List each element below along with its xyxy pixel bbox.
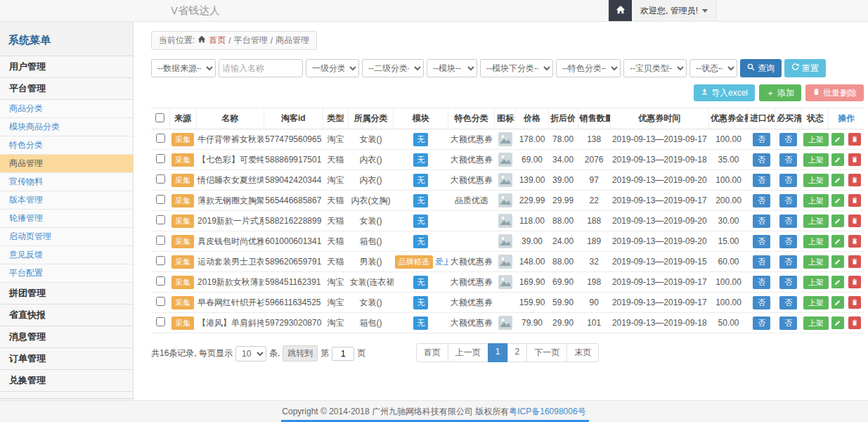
pagination-last[interactable]: 末页 bbox=[566, 343, 599, 362]
select-all-checkbox[interactable] bbox=[155, 113, 164, 122]
row-checkbox[interactable] bbox=[156, 195, 165, 204]
status-toggle[interactable]: 上架 bbox=[803, 235, 829, 248]
status-toggle[interactable]: 上架 bbox=[803, 316, 829, 330]
sidebar-item-version-mgmt[interactable]: 版本管理 bbox=[0, 191, 133, 210]
per-page-select[interactable]: 10 bbox=[235, 346, 266, 362]
import-excel-button[interactable]: 导入excel bbox=[694, 84, 755, 101]
reset-button[interactable]: 重置 bbox=[784, 59, 826, 77]
import-select-toggle[interactable]: 否 bbox=[753, 255, 770, 269]
module-subcategory-select[interactable]: --模块下分类-- bbox=[480, 59, 553, 77]
must-buy-toggle[interactable]: 否 bbox=[779, 296, 797, 309]
delete-button[interactable] bbox=[848, 174, 861, 186]
feature-category-select[interactable]: --特色分类-- bbox=[556, 59, 621, 77]
status-toggle[interactable]: 上架 bbox=[803, 296, 829, 309]
data-source-select[interactable]: --数据来源-- bbox=[151, 59, 216, 77]
must-buy-toggle[interactable]: 否 bbox=[779, 194, 797, 207]
delete-button[interactable] bbox=[848, 255, 861, 268]
sidebar-item-platform-config[interactable]: 平台配置 bbox=[0, 264, 133, 283]
item-type-select[interactable]: --宝贝类型-- bbox=[623, 59, 687, 77]
jump-button[interactable]: 跳转到 bbox=[283, 345, 318, 362]
row-checkbox[interactable] bbox=[156, 317, 165, 326]
row-checkbox[interactable] bbox=[156, 134, 165, 143]
status-toggle[interactable]: 上架 bbox=[803, 276, 829, 289]
sidebar-item-user-mgmt[interactable]: 用户管理 bbox=[0, 56, 133, 78]
user-menu[interactable]: 欢迎您, 管理员! bbox=[632, 0, 717, 21]
must-buy-toggle[interactable]: 否 bbox=[779, 174, 797, 187]
sidebar-item-splash-mgmt[interactable]: 启动页管理 bbox=[0, 228, 133, 246]
must-buy-toggle[interactable]: 否 bbox=[779, 255, 797, 269]
pagination-page-2[interactable]: 2 bbox=[507, 343, 528, 362]
level1-category-select[interactable]: 一级分类 bbox=[306, 59, 359, 77]
import-select-toggle[interactable]: 否 bbox=[753, 153, 770, 167]
import-select-toggle[interactable]: 否 bbox=[753, 296, 770, 309]
must-buy-toggle[interactable]: 否 bbox=[779, 276, 797, 289]
import-select-toggle[interactable]: 否 bbox=[753, 276, 770, 289]
delete-button[interactable] bbox=[848, 276, 861, 288]
sidebar-item-module-goods-category[interactable]: 模块商品分类 bbox=[0, 118, 133, 136]
edit-button[interactable] bbox=[831, 316, 844, 329]
import-select-toggle[interactable]: 否 bbox=[753, 215, 770, 228]
edit-button[interactable] bbox=[831, 153, 844, 166]
status-toggle[interactable]: 上架 bbox=[803, 255, 829, 269]
edit-button[interactable] bbox=[831, 255, 844, 268]
delete-button[interactable] bbox=[848, 235, 861, 248]
import-select-toggle[interactable]: 否 bbox=[753, 133, 770, 146]
edit-button[interactable] bbox=[831, 235, 844, 248]
pagination-prev[interactable]: 上一页 bbox=[448, 343, 488, 362]
status-toggle[interactable]: 上架 bbox=[803, 174, 829, 187]
module-extra-link[interactable]: 爱上运动 bbox=[435, 257, 448, 266]
edit-button[interactable] bbox=[831, 194, 844, 207]
module-select[interactable]: --模块-- bbox=[427, 59, 477, 77]
row-checkbox[interactable] bbox=[156, 276, 165, 286]
sidebar-item-order-mgmt[interactable]: 订单管理 bbox=[0, 348, 133, 370]
status-select[interactable]: --状态-- bbox=[689, 59, 737, 77]
level2-category-select[interactable]: --二级分类-- bbox=[362, 59, 424, 77]
row-checkbox[interactable] bbox=[156, 256, 165, 265]
row-checkbox[interactable] bbox=[156, 215, 165, 224]
sidebar-item-promo-material[interactable]: 宣传物料 bbox=[0, 173, 133, 191]
sidebar-item-express-news[interactable]: 省直快报 bbox=[0, 305, 133, 326]
sidebar-item-goods-mgmt[interactable]: 商品管理 bbox=[0, 155, 133, 173]
sidebar-item-feedback[interactable]: 意见反馈 bbox=[0, 246, 133, 264]
edit-button[interactable] bbox=[831, 174, 844, 186]
batch-delete-button[interactable]: 批量删除 bbox=[805, 84, 864, 101]
status-toggle[interactable]: 上架 bbox=[803, 153, 829, 167]
home-button[interactable] bbox=[609, 0, 632, 21]
delete-button[interactable] bbox=[848, 194, 861, 207]
row-checkbox[interactable] bbox=[156, 174, 165, 184]
sidebar-item-exchange-mgmt[interactable]: 兑换管理 bbox=[0, 370, 133, 392]
sidebar-item-message-mgmt[interactable]: 消息管理 bbox=[0, 326, 133, 348]
pagination-page-1[interactable]: 1 bbox=[488, 343, 508, 362]
edit-button[interactable] bbox=[831, 133, 844, 146]
name-search-input[interactable] bbox=[219, 59, 303, 77]
pagination-first[interactable]: 首页 bbox=[416, 343, 448, 362]
must-buy-toggle[interactable]: 否 bbox=[779, 215, 797, 228]
status-toggle[interactable]: 上架 bbox=[803, 133, 829, 146]
add-button[interactable]: ＋ 添加 bbox=[759, 84, 801, 101]
sidebar-item-clipped[interactable] bbox=[0, 392, 133, 399]
import-select-toggle[interactable]: 否 bbox=[753, 174, 770, 187]
delete-button[interactable] bbox=[848, 133, 861, 146]
import-select-toggle[interactable]: 否 bbox=[753, 235, 770, 248]
sidebar-item-group-buy-mgmt[interactable]: 拼团管理 bbox=[0, 283, 133, 305]
row-checkbox[interactable] bbox=[156, 297, 165, 306]
icp-link[interactable]: 粤ICP备16098006号 bbox=[509, 407, 585, 416]
must-buy-toggle[interactable]: 否 bbox=[779, 235, 797, 248]
import-select-toggle[interactable]: 否 bbox=[753, 316, 770, 330]
jump-page-input[interactable] bbox=[332, 347, 354, 361]
edit-button[interactable] bbox=[831, 296, 844, 309]
delete-button[interactable] bbox=[848, 215, 861, 227]
sidebar-item-goods-category[interactable]: 商品分类 bbox=[0, 100, 133, 118]
status-toggle[interactable]: 上架 bbox=[803, 194, 829, 207]
delete-button[interactable] bbox=[848, 316, 861, 329]
sidebar-item-carousel-mgmt[interactable]: 轮播管理 bbox=[0, 210, 133, 228]
delete-button[interactable] bbox=[848, 153, 861, 166]
row-checkbox[interactable] bbox=[156, 154, 165, 163]
edit-button[interactable] bbox=[831, 276, 844, 288]
sidebar-item-platform-mgmt[interactable]: 平台管理 bbox=[0, 78, 133, 100]
status-toggle[interactable]: 上架 bbox=[803, 215, 829, 228]
delete-button[interactable] bbox=[848, 296, 861, 309]
edit-button[interactable] bbox=[831, 215, 844, 227]
row-checkbox[interactable] bbox=[156, 236, 165, 245]
must-buy-toggle[interactable]: 否 bbox=[779, 153, 797, 167]
